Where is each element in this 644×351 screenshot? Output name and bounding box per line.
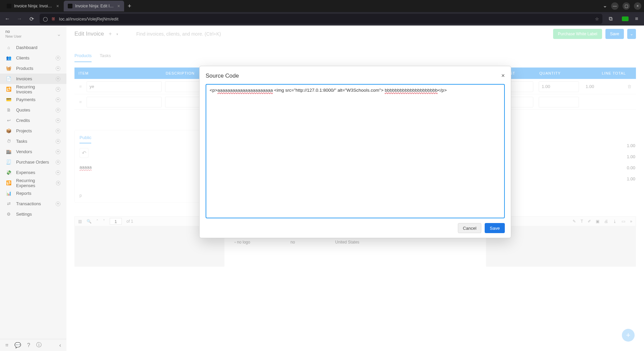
add-icon[interactable]: + <box>56 181 60 185</box>
collapse-sidebar-icon[interactable]: ‹ <box>59 342 61 348</box>
sidebar-item-label: Clients <box>16 55 30 60</box>
add-icon[interactable]: + <box>56 129 60 133</box>
extensions-icon[interactable]: ⧉ <box>606 16 614 22</box>
forward-icon[interactable]: → <box>15 16 23 22</box>
sidebar-item-label: Transactions <box>16 201 41 206</box>
chat-icon[interactable]: 💬 <box>14 342 21 348</box>
source-code-textarea[interactable]: <p>aaaaaaaaaaaaaaaaaaaaaa <img src="http… <box>206 84 505 218</box>
expenses-icon: 💸 <box>6 170 11 175</box>
sidebar-item-label: Dashboard <box>16 45 38 50</box>
close-icon[interactable]: × <box>117 3 120 9</box>
add-icon[interactable]: + <box>56 139 60 144</box>
window-close-icon[interactable]: × <box>634 2 641 10</box>
sidebar-item-expenses[interactable]: 💸Expenses+ <box>0 167 66 178</box>
browser-tab-active[interactable]: Invoice Ninja: Edit Invoic × <box>64 1 124 11</box>
modal-close-icon[interactable]: × <box>501 72 505 79</box>
bookmark-icon[interactable]: ☆ <box>595 16 599 21</box>
info-icon[interactable]: ⓘ <box>36 342 42 349</box>
payments-icon: 💳 <box>6 97 11 102</box>
sidebar-item-purchase-orders[interactable]: 🧾Purchase Orders+ <box>0 157 66 167</box>
tabs-overview-icon[interactable]: ⌄ <box>603 2 607 10</box>
browser-tab[interactable]: Invoice Ninja: Invoice De × <box>3 1 63 11</box>
sidebar-item-label: Expenses <box>16 170 35 175</box>
modal-backdrop[interactable]: Source Code × <p>aaaaaaaaaaaaaaaaaaaaaa … <box>66 26 644 351</box>
sidebar-item-projects[interactable]: 📦Projects+ <box>0 126 66 136</box>
add-icon[interactable]: + <box>56 202 60 206</box>
code-text: bbbbbbbbbbbbbbbbbbbbb <box>385 88 438 93</box>
credits-icon: ↩ <box>6 118 11 123</box>
sidebar-item-invoices[interactable]: 📄Invoices+ <box>0 74 66 84</box>
chevron-down-icon: ⌄ <box>57 31 61 37</box>
url-input[interactable]: ◯ ⛨ loc.al/invoices/VolejRejNm/edit ☆ <box>40 14 602 24</box>
add-icon[interactable]: + <box>56 118 60 123</box>
hamburger-icon[interactable]: ≡ <box>633 16 641 22</box>
sidebar-item-label: Invoices <box>16 76 32 81</box>
sidebar-item-label: Purchase Orders <box>16 160 49 165</box>
add-icon[interactable]: + <box>56 170 60 175</box>
add-icon[interactable]: + <box>56 108 60 113</box>
sidebar-item-vendors[interactable]: 🏬Vendors+ <box>0 146 66 157</box>
help-icon[interactable]: ? <box>27 342 30 348</box>
sidebar-item-payments[interactable]: 💳Payments+ <box>0 94 66 105</box>
user-switcher[interactable]: no New User ⌄ <box>0 26 66 42</box>
add-icon[interactable]: + <box>56 77 60 81</box>
sidebar-item-transactions[interactable]: ⇄Transactions+ <box>0 199 66 209</box>
minimize-icon[interactable]: ― <box>611 2 619 10</box>
sidebar-footer: ⌗ 💬 ? ⓘ ‹ <box>0 339 66 351</box>
sidebar-item-credits[interactable]: ↩Credits+ <box>0 115 66 126</box>
sidebar-item-recurring-invoices[interactable]: 🔁Recurring Invoices+ <box>0 84 66 94</box>
sidebar-item-clients[interactable]: 👥Clients+ <box>0 53 66 63</box>
code-text: <p> <box>210 88 217 93</box>
sidebar-item-dashboard[interactable]: ⌂Dashboard <box>0 42 66 53</box>
settings-icon: ⚙ <box>6 212 11 217</box>
sidebar-item-tasks[interactable]: ⏱Tasks+ <box>0 136 66 146</box>
sidebar: no New User ⌄ ⌂Dashboard👥Clients+🧺Produc… <box>0 26 66 351</box>
add-icon[interactable]: + <box>56 56 60 60</box>
sidebar-item-label: Credits <box>16 118 30 123</box>
content: Edit Invoice + ▾ Find invoices, clients,… <box>66 26 644 351</box>
reload-icon[interactable]: ⟳ <box>28 16 36 22</box>
add-icon[interactable]: + <box>56 97 60 102</box>
projects-icon: 📦 <box>6 128 11 133</box>
add-icon[interactable]: + <box>56 160 60 165</box>
code-text: <img src="http://127.0.1:8000/" alt="W3S… <box>273 88 385 93</box>
sidebar-item-quotes[interactable]: 🗎Quotes+ <box>0 105 66 115</box>
browser-tab-bar: Invoice Ninja: Invoice De × Invoice Ninj… <box>0 0 644 12</box>
tasks-icon: ⏱ <box>6 139 11 144</box>
products-icon: 🧺 <box>6 66 11 71</box>
slack-icon[interactable]: ⌗ <box>5 342 8 348</box>
code-text: </p> <box>438 88 447 93</box>
user-name: no <box>5 30 21 34</box>
maximize-icon[interactable]: ▢ <box>623 2 630 10</box>
sidebar-item-label: Settings <box>16 212 32 217</box>
profile-badge[interactable] <box>622 16 629 21</box>
clients-icon: 👥 <box>6 55 11 60</box>
add-icon[interactable]: + <box>56 66 60 71</box>
reports-icon: 📊 <box>6 191 11 196</box>
sidebar-item-products[interactable]: 🧺Products+ <box>0 63 66 74</box>
sidebar-item-label: Recurring Invoices <box>16 84 51 94</box>
sidebar-item-label: Products <box>16 66 33 71</box>
vendors-icon: 🏬 <box>6 149 11 154</box>
sidebar-item-recurring-expenses[interactable]: 🔁Recurring Expenses+ <box>0 178 66 188</box>
modal-cancel-button[interactable]: Cancel <box>458 223 481 233</box>
add-icon[interactable]: + <box>56 87 60 92</box>
modal-save-button[interactable]: Save <box>485 223 505 233</box>
new-tab-button[interactable]: + <box>125 3 134 10</box>
sidebar-item-reports[interactable]: 📊Reports <box>0 188 66 199</box>
modal-title: Source Code <box>206 73 239 79</box>
recurring-invoices-icon: 🔁 <box>6 87 11 92</box>
code-text: aaaaaaaaaaaaaaaaaaaaaa <box>217 88 273 93</box>
sidebar-item-label: Quotes <box>16 107 30 113</box>
purchase-orders-icon: 🧾 <box>6 160 11 165</box>
invoices-icon: 📄 <box>6 76 11 81</box>
sidebar-item-label: Payments <box>16 97 36 102</box>
close-icon[interactable]: × <box>56 3 59 9</box>
sidebar-item-label: Vendors <box>16 149 32 154</box>
back-icon[interactable]: ← <box>3 16 11 22</box>
sidebar-item-settings[interactable]: ⚙Settings <box>0 209 66 219</box>
recurring-expenses-icon: 🔁 <box>6 180 11 185</box>
sidebar-item-label: Recurring Expenses <box>16 178 51 188</box>
add-icon[interactable]: + <box>56 149 60 154</box>
shield-icon: ◯ <box>43 16 48 21</box>
